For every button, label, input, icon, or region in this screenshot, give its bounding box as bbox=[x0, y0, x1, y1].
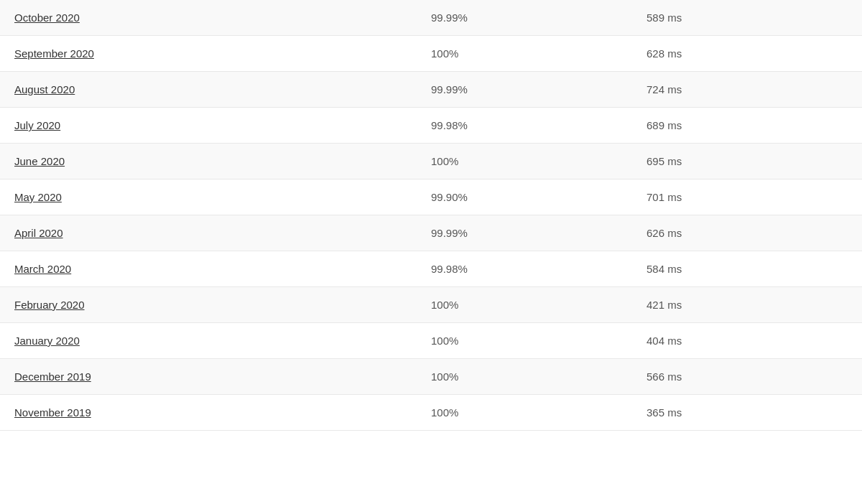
month-link[interactable]: July 2020 bbox=[14, 119, 60, 131]
table-row: September 2020 100% 628 ms bbox=[0, 36, 862, 72]
table-row: February 2020 100% 421 ms bbox=[0, 287, 862, 323]
uptime-cell: 100% bbox=[431, 299, 646, 311]
month-link[interactable]: June 2020 bbox=[14, 155, 65, 167]
uptime-cell: 100% bbox=[431, 406, 646, 419]
month-cell: September 2020 bbox=[14, 47, 431, 60]
table-row: July 2020 99.98% 689 ms bbox=[0, 108, 862, 144]
uptime-cell: 99.99% bbox=[431, 227, 646, 239]
month-link[interactable]: April 2020 bbox=[14, 227, 63, 239]
response-cell: 689 ms bbox=[646, 119, 848, 131]
month-cell: January 2020 bbox=[14, 335, 431, 347]
response-cell: 628 ms bbox=[646, 47, 848, 60]
month-link[interactable]: November 2019 bbox=[14, 406, 91, 419]
response-cell: 365 ms bbox=[646, 406, 848, 419]
month-cell: February 2020 bbox=[14, 299, 431, 311]
table-row: November 2019 100% 365 ms bbox=[0, 395, 862, 431]
uptime-cell: 100% bbox=[431, 335, 646, 347]
month-link[interactable]: January 2020 bbox=[14, 335, 80, 347]
uptime-cell: 99.90% bbox=[431, 191, 646, 203]
month-cell: March 2020 bbox=[14, 263, 431, 275]
response-cell: 404 ms bbox=[646, 335, 848, 347]
uptime-cell: 99.98% bbox=[431, 263, 646, 275]
month-link[interactable]: February 2020 bbox=[14, 299, 85, 311]
response-cell: 589 ms bbox=[646, 11, 848, 24]
uptime-cell: 100% bbox=[431, 47, 646, 60]
uptime-table: October 2020 99.99% 589 ms September 202… bbox=[0, 0, 862, 431]
table-row: May 2020 99.90% 701 ms bbox=[0, 179, 862, 215]
table-row: March 2020 99.98% 584 ms bbox=[0, 251, 862, 287]
uptime-cell: 99.99% bbox=[431, 83, 646, 95]
response-cell: 724 ms bbox=[646, 83, 848, 95]
month-link[interactable]: September 2020 bbox=[14, 47, 94, 60]
month-cell: November 2019 bbox=[14, 406, 431, 419]
response-cell: 626 ms bbox=[646, 227, 848, 239]
month-link[interactable]: August 2020 bbox=[14, 83, 75, 95]
table-row: April 2020 99.99% 626 ms bbox=[0, 215, 862, 251]
month-link[interactable]: October 2020 bbox=[14, 11, 80, 24]
uptime-cell: 100% bbox=[431, 155, 646, 167]
month-link[interactable]: March 2020 bbox=[14, 263, 71, 275]
table-row: August 2020 99.99% 724 ms bbox=[0, 72, 862, 108]
month-link[interactable]: May 2020 bbox=[14, 191, 62, 203]
month-cell: October 2020 bbox=[14, 11, 431, 24]
response-cell: 421 ms bbox=[646, 299, 848, 311]
response-cell: 695 ms bbox=[646, 155, 848, 167]
table-row: October 2020 99.99% 589 ms bbox=[0, 0, 862, 36]
month-cell: June 2020 bbox=[14, 155, 431, 167]
response-cell: 566 ms bbox=[646, 370, 848, 383]
response-cell: 584 ms bbox=[646, 263, 848, 275]
month-link[interactable]: December 2019 bbox=[14, 370, 91, 383]
table-row: June 2020 100% 695 ms bbox=[0, 144, 862, 179]
response-cell: 701 ms bbox=[646, 191, 848, 203]
month-cell: December 2019 bbox=[14, 370, 431, 383]
uptime-cell: 99.99% bbox=[431, 11, 646, 24]
month-cell: April 2020 bbox=[14, 227, 431, 239]
uptime-cell: 100% bbox=[431, 370, 646, 383]
table-row: January 2020 100% 404 ms bbox=[0, 323, 862, 359]
table-row: December 2019 100% 566 ms bbox=[0, 359, 862, 395]
month-cell: July 2020 bbox=[14, 119, 431, 131]
uptime-cell: 99.98% bbox=[431, 119, 646, 131]
month-cell: August 2020 bbox=[14, 83, 431, 95]
month-cell: May 2020 bbox=[14, 191, 431, 203]
